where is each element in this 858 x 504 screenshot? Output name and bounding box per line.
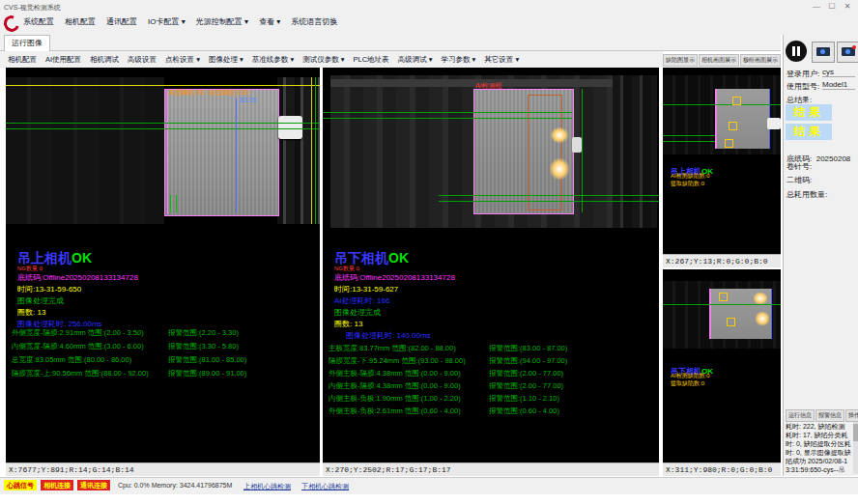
measure-line-green-1 — [6, 123, 320, 124]
toolbar-item[interactable]: 其它设置 ▾ — [484, 55, 519, 65]
alarm-range-text: 报警范围:(2.20 - 3.30) — [168, 328, 239, 338]
camera-status-badge: 相机连接 — [41, 480, 73, 490]
toolbar-item[interactable]: 相机调试 — [90, 55, 119, 65]
camera-image-lower[interactable]: AI检测框 — [323, 73, 659, 228]
right-guide-yellow — [311, 77, 312, 224]
pause-icon — [792, 46, 795, 56]
menu-item[interactable]: 系统配置 — [23, 16, 54, 27]
thumbnail-image-lower[interactable] — [663, 281, 781, 349]
heartbeat-status-badge: 心跳信号 — [4, 480, 37, 490]
electrode-region — [164, 89, 279, 216]
toolbar-item[interactable]: AI使用配置 — [45, 55, 81, 65]
process-done-line-2: 图像处理完成 — [334, 307, 381, 318]
time-line-2: 时间:13-31-59-627 — [334, 284, 398, 294]
count-label: 总耗用数量: — [786, 189, 827, 200]
toolbar-item[interactable]: 图像处理 ▾ — [209, 55, 243, 65]
thumbnail-panel-lower[interactable]: 吊下相机OK AI检测缺陷数:0 提取缺陷数:0 X:311;Y:980;R:0… — [663, 269, 781, 476]
minimize-button[interactable]: — — [810, 2, 823, 11]
tab-run-image[interactable]: 运行图像 — [4, 35, 50, 52]
pause-button[interactable] — [786, 41, 807, 62]
tab-connector — [278, 116, 302, 139]
camera-image-upper[interactable]: 灰度阈值:93, 动态阈值:100 83.05 — [6, 73, 320, 228]
measurement-row: 隔膜宽度-下:95.24mm 范围:(93.00 - 98.00) 报警范围:(… — [323, 356, 659, 369]
record-dot-icon — [852, 45, 856, 49]
menu-item[interactable]: 系统语言切换 — [291, 16, 337, 27]
log-tab[interactable]: 报警信息 — [815, 409, 844, 422]
comm-status-badge: 通讯连接 — [77, 480, 110, 490]
serial-line: 底纸码:Offline20250208133134728 — [17, 272, 138, 283]
measurement-row: 内侧宽度-隔膜:4.60mm 范围:(3.00 - 6.00) 报警范围:(3.… — [6, 342, 320, 355]
qr-label: 二维码: — [786, 175, 812, 185]
menu-items: 系统配置相机配置通讯配置IO卡配置 ▾光源控制配置 ▾查看 ▾系统语言切换 — [23, 16, 337, 27]
log-tab[interactable]: 运行信息 — [786, 409, 815, 422]
menu-item[interactable]: IO卡配置 ▾ — [148, 16, 186, 27]
camera-panel-lower[interactable]: AI检测框 吊下相机OK NG数量:0 底纸码:Offline202502081… — [323, 68, 659, 476]
measurement-text: 外侧宽度-隔膜:2.91mm 范围:(2.00 - 3.50) — [12, 328, 144, 338]
toolbar-item[interactable]: 点检设置 ▾ — [165, 55, 200, 65]
measurement-text: 内侧主极-隔膜:4.38mm 范围:(0.00 - 9.00) — [329, 381, 461, 391]
toolbar-item[interactable]: 基准线参数 ▾ — [252, 55, 294, 65]
threshold-overlay-text: 灰度阈值:93, 动态阈值:100 — [168, 88, 248, 98]
log-text: 耗时: 222, 缺陷检测耗时: 17, 缺陷分类耗时: 0, 缺陷提取分区耗时… — [786, 422, 851, 474]
pixel-coords-readout-2: X:270;Y:2502;R:17;G:17;B:17 — [323, 462, 659, 476]
defect-marker-5 — [727, 318, 735, 326]
toolbar-item[interactable]: PLC地址表 — [354, 55, 389, 65]
camera-snapshot-button[interactable] — [812, 42, 835, 63]
lower-camera-heartbeat-link[interactable]: 下相机心跳检测 — [301, 482, 349, 491]
log-tab[interactable]: 操作信息 — [845, 409, 858, 422]
view-tab[interactable]: 极组画面展示 — [740, 54, 781, 67]
toolbar: 相机配置AI使用配置相机调试高级设置点检设置 ▾图像处理 ▾基准线参数 ▾测试仪… — [0, 51, 663, 68]
measure-line-green-2 — [6, 128, 320, 129]
time-line: 时间:13-31-59-650 — [17, 284, 81, 294]
view-tabs: 缺陷图显示相机画面展示极组画面展示 — [663, 54, 781, 67]
app-window: CVS-视觉检测系统 — ☐ ✕ 系统配置相机配置通讯配置IO卡配置 ▾光源控制… — [0, 0, 858, 504]
width-overlay-value: 83.05 — [240, 97, 257, 103]
defect-marker-3 — [725, 139, 733, 148]
thumb-info-2: 提取缺陷数:0 — [671, 180, 704, 188]
close-button[interactable]: ✕ — [841, 2, 854, 11]
thumb-line-green-1 — [663, 104, 781, 105]
app-logo-icon — [4, 15, 18, 30]
toolbar-item[interactable]: 测试仪参数 ▾ — [302, 55, 344, 65]
scrollbar-thumb[interactable] — [853, 424, 858, 441]
measurement-row: 外侧宽度-隔膜:2.91mm 范围:(2.00 - 3.50) 报警范围:(2.… — [6, 328, 320, 342]
measurement-row: 外侧主极-隔膜:4.38mm 范围:(0.00 - 9.00) 报警范围:(2.… — [323, 369, 659, 381]
serial-line-2: 底纸码:Offline20250208133134728 — [334, 272, 455, 283]
measurement-row: 外侧主极-负极:2.61mm 范围:(0.60 - 4.00) 报警范围:(0.… — [323, 406, 659, 419]
thumb-glow-2 — [756, 312, 769, 325]
camera-panel-upper[interactable]: 灰度阈值:93, 动态阈值:100 83.05 吊上相机OK NG数量:0 底纸… — [6, 68, 320, 476]
title-bar: CVS-视觉检测系统 — ☐ ✕ — [0, 0, 858, 13]
menu-item[interactable]: 查看 ▾ — [259, 16, 280, 27]
maximize-button[interactable]: ☐ — [825, 2, 839, 11]
measurement-row: 内侧主极-负极:1.90mm 范围:(1.00 - 2.20) 报警范围:(1.… — [323, 394, 659, 406]
thumbnail-image-upper[interactable] — [663, 75, 781, 154]
toolbar-item[interactable]: 相机配置 — [8, 55, 37, 65]
login-user-value: cys — [822, 68, 855, 77]
alarm-range-text: 报警范围:(89.00 - 91.00) — [168, 369, 246, 378]
upper-camera-heartbeat-link[interactable]: 上相机心跳检测 — [243, 482, 291, 491]
view-tab[interactable]: 相机画面展示 — [699, 54, 739, 67]
menu-item[interactable]: 相机配置 — [65, 16, 96, 27]
view-tab[interactable]: 缺陷图显示 — [663, 54, 698, 67]
machinery-right-shade — [613, 75, 657, 228]
model-label: 使用型号: — [786, 81, 819, 92]
toolbar-item[interactable]: 高级设置 — [128, 55, 157, 65]
alarm-range-text: 报警范围:(3.30 - 5.80) — [168, 342, 239, 351]
camera-record-button[interactable] — [837, 42, 858, 63]
measurement-row: 隔膜宽度-上:90.56mm 范围:(88.00 - 92.00) 报警范围:(… — [6, 369, 320, 382]
toolbar-item[interactable]: 高级调试 ▾ — [398, 55, 433, 65]
thumb-connector — [767, 118, 781, 129]
measurement-text: 隔膜宽度-上:90.56mm 范围:(88.00 - 92.00) — [12, 369, 149, 378]
measure-line-green-5 — [439, 195, 659, 196]
image-background-right — [277, 77, 320, 224]
thumb2-line-green — [663, 304, 781, 305]
thumb-coords-lower: X:311;Y:980;R:0;G:0;B:0 — [663, 462, 781, 476]
log-scrollbar[interactable] — [853, 422, 858, 474]
thumbnail-panel-upper[interactable]: 吊上相机OK AI检测缺陷数:0 提取缺陷数:0 X:267;Y:13;R:0;… — [663, 68, 781, 267]
ai-box-label: AI检测框 — [475, 81, 502, 91]
menu-item[interactable]: 通讯配置 — [106, 16, 137, 27]
image-background-left — [6, 77, 164, 224]
thumb-glow-1 — [754, 293, 767, 304]
menu-item[interactable]: 光源控制配置 ▾ — [196, 16, 248, 27]
toolbar-item[interactable]: 学习参数 ▾ — [441, 55, 475, 65]
